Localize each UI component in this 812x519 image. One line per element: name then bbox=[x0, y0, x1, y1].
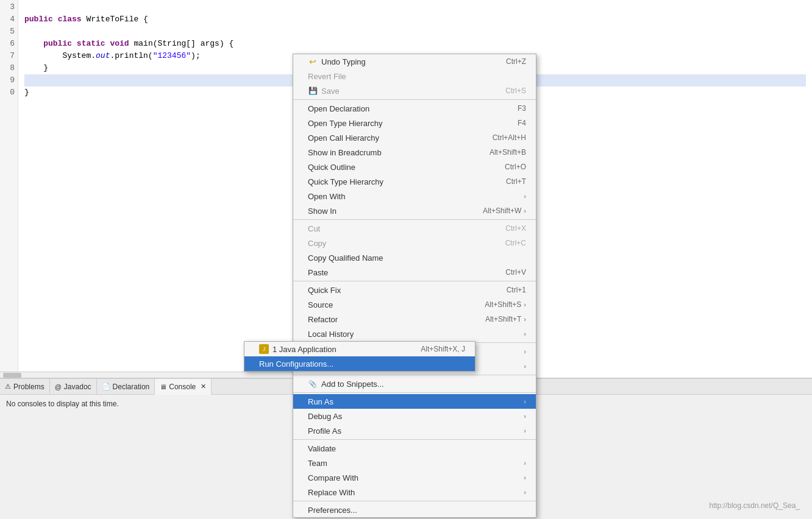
quick-type-hierarchy-shortcut: Ctrl+T bbox=[506, 177, 526, 186]
quick-fix-shortcut: Ctrl+1 bbox=[507, 286, 526, 294]
local-history-label: Local History bbox=[308, 330, 524, 339]
run-as-arrow: › bbox=[524, 398, 526, 405]
menu-compare-with[interactable]: Compare With › bbox=[293, 470, 536, 485]
quick-type-hierarchy-label: Quick Type Hierarchy bbox=[308, 177, 494, 186]
menu-save[interactable]: 💾 Save Ctrl+S bbox=[293, 83, 536, 98]
team-arrow: › bbox=[524, 459, 526, 467]
menu-show-breadcrumb[interactable]: Show in Breadcrumb Alt+Shift+B bbox=[293, 145, 536, 160]
undo-typing-label: Undo Typing bbox=[321, 57, 366, 66]
run-as-submenu: J 1 Java Application Alt+Shift+X, J Run … bbox=[244, 341, 475, 372]
menu-open-with[interactable]: Open With › bbox=[293, 189, 536, 203]
open-call-hierarchy-label: Open Call Hierarchy bbox=[308, 133, 480, 143]
console-icon: 🖥 bbox=[160, 383, 166, 390]
undo-typing-shortcut: Ctrl+Z bbox=[506, 57, 526, 66]
open-declaration-label: Open Declaration bbox=[308, 104, 505, 113]
replace-with-arrow: › bbox=[524, 489, 526, 496]
javadoc-icon: @ bbox=[55, 383, 62, 390]
menu-cut[interactable]: Cut Ctrl+X bbox=[293, 221, 536, 236]
compare-with-arrow: › bbox=[524, 474, 526, 481]
tab-javadoc[interactable]: @ Javadoc bbox=[50, 379, 97, 395]
separator-1 bbox=[293, 99, 536, 100]
open-declaration-shortcut: F3 bbox=[518, 104, 526, 113]
source-label: Source bbox=[308, 300, 472, 309]
show-in-shortcut: Alt+Shift+W bbox=[483, 207, 521, 215]
compare-with-label: Compare With bbox=[308, 473, 524, 482]
quick-outline-shortcut: Ctrl+O bbox=[505, 163, 526, 171]
separator-2 bbox=[293, 219, 536, 220]
undo-icon: ↩ bbox=[308, 57, 318, 66]
menu-preferences[interactable]: Preferences... bbox=[293, 503, 536, 517]
editor-scrollbar[interactable] bbox=[0, 372, 293, 378]
separator-3 bbox=[293, 281, 536, 281]
code-line-3: public class WriteToFile { bbox=[24, 13, 806, 26]
menu-replace-with[interactable]: Replace With › bbox=[293, 485, 536, 500]
source-arrow: › bbox=[524, 301, 526, 308]
show-in-label: Show In bbox=[308, 207, 471, 216]
save-shortcut: Ctrl+S bbox=[505, 86, 526, 95]
java-app-label: 1 Java Application bbox=[272, 345, 337, 354]
paste-shortcut: Ctrl+V bbox=[505, 268, 526, 277]
copy-shortcut: Ctrl+C bbox=[505, 239, 526, 247]
show-in-arrow: › bbox=[524, 207, 526, 214]
menu-quick-fix[interactable]: Quick Fix Ctrl+1 bbox=[293, 283, 536, 297]
menu-open-call-hierarchy[interactable]: Open Call Hierarchy Ctrl+Alt+H bbox=[293, 130, 536, 145]
snippets-icon: 📎 bbox=[308, 379, 318, 389]
save-label: Save bbox=[321, 86, 340, 96]
show-breadcrumb-shortcut: Alt+Shift+B bbox=[490, 148, 526, 157]
replace-with-label: Replace With bbox=[308, 488, 524, 497]
refactor-shortcut: Alt+Shift+T bbox=[485, 315, 521, 323]
tab-console[interactable]: 🖥 Console ✕ bbox=[155, 379, 212, 395]
refactor-arrow: › bbox=[524, 316, 526, 323]
java-app-icon: J bbox=[259, 344, 269, 354]
open-type-hierarchy-label: Open Type Hierarchy bbox=[308, 119, 505, 128]
preferences-label: Preferences... bbox=[308, 506, 514, 515]
validate-label: Validate bbox=[308, 444, 514, 453]
menu-copy-qualified-name[interactable]: Copy Qualified Name bbox=[293, 250, 536, 265]
menu-validate[interactable]: Validate bbox=[293, 441, 536, 456]
open-type-hierarchy-shortcut: F4 bbox=[518, 119, 526, 127]
code-line-5: public static void main(String[] args) { bbox=[24, 38, 806, 50]
run-configs-label: Run Configurations... bbox=[259, 359, 453, 369]
watermark: http://blog.csdn.net/Q_Sea_ bbox=[709, 501, 800, 510]
declarations-arrow: › bbox=[524, 362, 526, 370]
tab-problems[interactable]: ⚠ Problems bbox=[0, 379, 50, 395]
menu-profile-as[interactable]: Profile As › bbox=[293, 423, 536, 438]
separator-5 bbox=[293, 375, 536, 375]
menu-paste[interactable]: Paste Ctrl+V bbox=[293, 265, 536, 280]
open-call-hierarchy-shortcut: Ctrl+Alt+H bbox=[493, 133, 526, 142]
open-with-arrow: › bbox=[524, 192, 526, 200]
add-snippets-label: Add to Snippets... bbox=[321, 380, 384, 389]
save-icon: 💾 bbox=[308, 86, 318, 96]
submenu-run-configs[interactable]: Run Configurations... bbox=[244, 356, 475, 371]
menu-run-as[interactable]: Run As › bbox=[293, 394, 536, 409]
menu-open-declaration[interactable]: Open Declaration F3 bbox=[293, 101, 536, 116]
menu-source[interactable]: Source Alt+Shift+S › bbox=[293, 297, 536, 312]
tab-problems-label: Problems bbox=[13, 383, 45, 391]
scrollbar-thumb[interactable] bbox=[3, 373, 21, 378]
menu-show-in[interactable]: Show In Alt+Shift+W › bbox=[293, 203, 536, 218]
menu-quick-type-hierarchy[interactable]: Quick Type Hierarchy Ctrl+T bbox=[293, 174, 536, 189]
menu-open-type-hierarchy[interactable]: Open Type Hierarchy F4 bbox=[293, 116, 536, 130]
quick-outline-label: Quick Outline bbox=[308, 163, 493, 172]
menu-undo-typing[interactable]: ↩ Undo Typing Ctrl+Z bbox=[293, 54, 536, 69]
menu-debug-as[interactable]: Debug As › bbox=[293, 409, 536, 423]
menu-team[interactable]: Team › bbox=[293, 456, 536, 470]
menu-add-snippets[interactable]: 📎 Add to Snippets... bbox=[293, 376, 536, 391]
tab-declaration[interactable]: 📄 Declaration bbox=[97, 379, 155, 395]
menu-quick-outline[interactable]: Quick Outline Ctrl+O bbox=[293, 160, 536, 174]
open-with-label: Open With bbox=[308, 192, 524, 201]
submenu-java-app[interactable]: J 1 Java Application Alt+Shift+X, J bbox=[244, 342, 475, 356]
separator-7 bbox=[293, 439, 536, 440]
menu-refactor[interactable]: Refactor Alt+Shift+T › bbox=[293, 312, 536, 327]
line-numbers: 3 4 5 6 7 8 9 0 bbox=[0, 0, 18, 378]
references-arrow: › bbox=[524, 348, 526, 355]
menu-copy[interactable]: Copy Ctrl+C bbox=[293, 236, 536, 250]
problems-icon: ⚠ bbox=[5, 383, 11, 390]
console-close-icon[interactable]: ✕ bbox=[201, 383, 206, 390]
code-line-4 bbox=[24, 26, 806, 38]
menu-local-history[interactable]: Local History › bbox=[293, 327, 536, 341]
menu-revert-file[interactable]: Revert File bbox=[293, 69, 536, 83]
debug-as-label: Debug As bbox=[308, 412, 524, 421]
tab-declaration-label: Declaration bbox=[113, 383, 150, 391]
cut-shortcut: Ctrl+X bbox=[505, 224, 526, 233]
